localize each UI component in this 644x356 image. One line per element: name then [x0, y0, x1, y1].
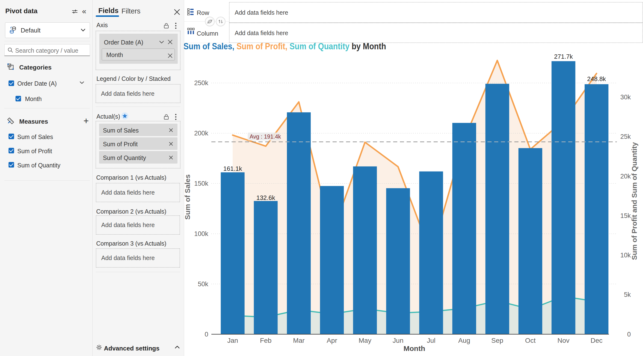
svg-text:250k: 250k: [194, 80, 208, 86]
svg-text:Feb: Feb: [260, 337, 272, 344]
svg-text:248.8k: 248.8k: [587, 75, 606, 82]
svg-text:Jun: Jun: [393, 337, 404, 344]
svg-text:Nov: Nov: [558, 337, 570, 344]
svg-text:Jan: Jan: [227, 337, 238, 344]
svg-text:15k: 15k: [620, 212, 631, 219]
svg-text:Mar: Mar: [293, 337, 304, 344]
svg-text:Dec: Dec: [590, 337, 603, 344]
svg-text:50k: 50k: [198, 280, 208, 288]
svg-text:Sep: Sep: [491, 337, 503, 344]
svg-text:161.1k: 161.1k: [223, 165, 242, 172]
svg-text:10k: 10k: [620, 252, 631, 259]
svg-text:May: May: [358, 337, 371, 344]
svg-text:Aug: Aug: [458, 337, 470, 344]
svg-text:132.6k: 132.6k: [256, 194, 275, 201]
svg-text:Jul: Jul: [427, 337, 436, 344]
svg-text:0: 0: [627, 331, 631, 338]
svg-text:5k: 5k: [624, 291, 631, 298]
svg-text:30k: 30k: [620, 94, 631, 101]
svg-text:271.7k: 271.7k: [554, 53, 573, 60]
svg-text:Oct: Oct: [525, 337, 536, 344]
svg-text:200k: 200k: [194, 130, 208, 137]
svg-text:100k: 100k: [194, 230, 208, 238]
svg-text:Sum of Profit and Sum of Quant: Sum of Profit and Sum of Quantity: [630, 142, 638, 260]
svg-text:Apr: Apr: [326, 337, 337, 344]
svg-text:20k: 20k: [620, 173, 631, 180]
svg-text:Sum of Sales: Sum of Sales: [184, 174, 192, 220]
svg-text:150k: 150k: [194, 180, 208, 187]
svg-text:Month: Month: [404, 344, 425, 352]
svg-text:0: 0: [205, 331, 208, 338]
svg-text:25k: 25k: [620, 133, 631, 140]
svg-text:Avg : 191.4k: Avg : 191.4k: [250, 134, 281, 140]
